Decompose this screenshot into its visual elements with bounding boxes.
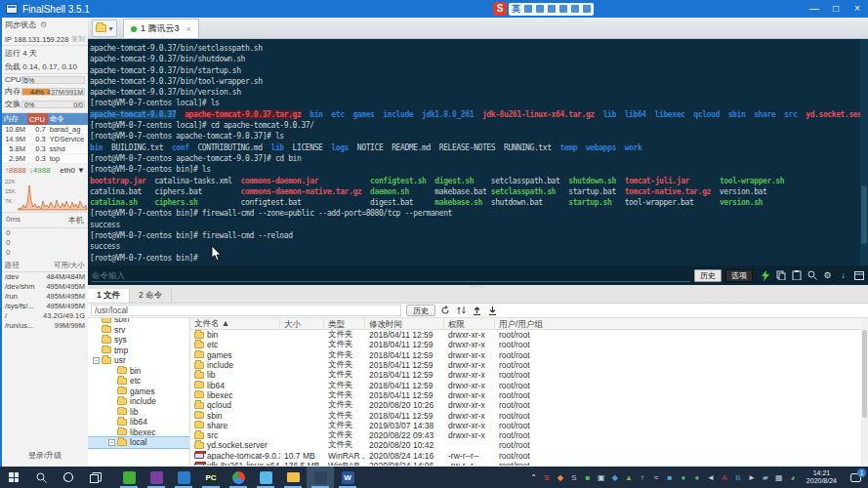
lightning-icon[interactable] [760,270,770,281]
path-input[interactable]: /usr/local [91,305,401,316]
file-row[interactable]: share文件夹2019/03/07 14:38drwxr-xr-xroot/r… [190,421,868,430]
finalshell-icon[interactable] [307,467,334,488]
chrome-icon[interactable] [225,467,252,488]
tree-item-bin[interactable]: bin [88,366,189,377]
defender-icon[interactable]: ◆ [609,470,621,484]
tree-expand-icon[interactable]: − [108,439,115,446]
tree-item-libexec[interactable]: libexec [88,427,189,438]
file-row[interactable]: yd.socket.server文件夹2020/08/20 10:42root/… [190,440,868,450]
wifi-icon[interactable]: ≈ [650,470,662,484]
tab-close-icon[interactable]: × [186,24,191,34]
process-col-header[interactable]: CPU [27,113,48,125]
options-button[interactable]: 选项 [725,269,753,282]
interface-select[interactable]: eth0 ▼ [60,166,85,175]
path-history-button[interactable]: 历史 [406,305,435,316]
ime-emoji-icon[interactable] [524,5,532,13]
start-button[interactable] [0,467,27,488]
column-header[interactable]: 类型 [324,318,365,329]
process-row[interactable]: 5.8M0.3sshd [2,144,88,154]
ime-clipboard-icon[interactable] [559,5,567,13]
browser-icon[interactable] [170,467,197,488]
file-row[interactable]: apache-tomcat-9.0.3...10.7 MBWinRAR ...2… [190,451,868,461]
tree-item-sys[interactable]: sys [88,335,189,346]
paste-icon[interactable] [791,270,802,281]
search-icon[interactable] [806,270,817,281]
phone-green2-icon[interactable]: ● [691,470,703,484]
tree-item-usr[interactable]: −usr [88,355,189,366]
taskbar-search-icon[interactable] [27,467,55,488]
shield-orange-icon[interactable]: ◆ [555,470,566,484]
copy-ip-button[interactable]: 复制 [71,34,85,44]
tree-expand-icon[interactable]: − [93,357,100,364]
cloud-icon[interactable]: ▰ [760,470,771,484]
directory-tree[interactable]: sbinsrvsystmp−usrbinetcgamesincludelibli… [88,318,190,466]
download-arrow-icon[interactable]: ↓ [838,270,848,281]
file-list-scrollbar[interactable] [861,318,868,466]
process-col-header[interactable]: 命令 [48,113,88,125]
column-header[interactable]: 大小 [280,318,324,329]
tree-item-lib64[interactable]: lib64 [88,417,189,427]
terminal-scrollbar[interactable] [860,39,868,265]
tab-files[interactable]: 1 文件 [88,289,130,303]
close-button[interactable]: × [847,0,868,18]
task-view-icon[interactable] [82,467,109,488]
copy-icon[interactable] [775,270,786,281]
green-square-icon[interactable]: ■ [582,470,594,484]
upload-icon[interactable] [471,305,482,316]
file-row[interactable]: lib文件夹2018/04/11 12:59drwxr-xr-xroot/roo… [190,370,868,380]
gear-icon[interactable]: ⚙ [40,20,47,29]
maximize-button[interactable]: □ [825,0,847,18]
sogou-logo-icon[interactable]: S [493,2,507,16]
tree-item-games[interactable]: games [88,386,189,397]
ime-tools-icon[interactable] [583,5,591,13]
file-row[interactable]: include文件夹2018/04/11 12:59drwxr-xr-xroot… [190,360,868,370]
process-table[interactable]: 内存CPU命令 10.8M0.7barad_ag14.9M0.3YDServic… [2,113,88,164]
window-panel-icon[interactable] [853,270,864,281]
history-button[interactable]: 历史 [694,269,722,282]
column-header[interactable]: 文件名 ▲ [190,318,280,329]
disk-table[interactable]: 路径可用/大小 /dev484M/484M/dev/shm495M/495M/r… [2,260,88,331]
file-explorer-icon[interactable] [279,467,307,488]
terminal-output[interactable]: apache-tomcat-9.0.37/bin/setclasspath.sh… [88,39,868,265]
wechat-icon[interactable] [115,467,143,488]
purple-app-icon[interactable] [143,467,170,488]
file-row[interactable]: games文件夹2018/04/11 12:59drwxr-xr-xroot/r… [190,350,868,360]
process-row[interactable]: 10.8M0.7barad_ag [2,125,88,135]
tree-item-lib[interactable]: lib [88,407,189,418]
connection-manager-button[interactable]: ▾ [92,20,117,37]
file-row[interactable]: lib64文件夹2018/04/11 12:59drwxr-xr-xroot/r… [190,380,868,389]
tree-item-tmp[interactable]: tmp [88,346,189,356]
tab-commands[interactable]: 2 命令 [130,289,172,303]
cortana-icon[interactable] [55,467,82,488]
process-col-header[interactable]: 内存 [2,113,27,125]
ime-toolbar[interactable]: S 英 [493,2,594,16]
sogou-tray-icon[interactable]: S [541,470,553,484]
volume-icon[interactable]: ◄ [705,470,717,484]
adobe-icon[interactable]: A [719,470,730,484]
qq-app-icon[interactable] [252,467,279,488]
login-upgrade-link[interactable]: 登录/升级 [2,450,88,461]
process-row[interactable]: 14.9M0.3YDService [2,135,88,144]
file-row[interactable]: sbin文件夹2018/04/11 12:59drwxr-xr-xroot/ro… [190,410,868,420]
taskbar-clock[interactable]: 14:21 2020/8/24 [806,469,837,485]
window-tray-icon[interactable]: ▦ [773,470,785,484]
file-row[interactable]: bin文件夹2018/04/11 12:59drwxr-xr-xroot/roo… [190,330,868,340]
word-icon[interactable]: W [334,467,361,488]
column-header[interactable]: 修改时间 [365,318,444,329]
file-row[interactable]: etc文件夹2018/04/11 12:59drwxr-xr-xroot/roo… [190,340,868,349]
tree-item-etc[interactable]: etc [88,376,189,386]
file-list-header[interactable]: 文件名 ▲大小类型修改时间权限用户/用户组 [190,318,868,330]
settings-gear-icon[interactable]: ⚙ [822,270,833,281]
blue-app-icon[interactable]: ■ [664,470,676,484]
tree-item-local[interactable]: −local [88,437,189,448]
phone-green-icon[interactable]: ● [678,470,689,484]
file-row[interactable]: libexec文件夹2018/04/11 12:59drwxr-xr-xroot… [190,390,868,400]
pointer-icon[interactable]: ► [746,470,758,484]
file-row[interactable]: qcloud文件夹2020/08/20 10:26drwxr-xr-xroot/… [190,400,868,410]
ime-keyboard-icon[interactable] [548,5,556,13]
tree-item-include[interactable]: include [88,396,189,407]
command-input[interactable]: 命令输入 [92,268,690,282]
download-icon[interactable] [486,305,498,316]
tree-item-srv[interactable]: srv [88,325,189,336]
ime-skin-icon[interactable] [571,5,579,13]
